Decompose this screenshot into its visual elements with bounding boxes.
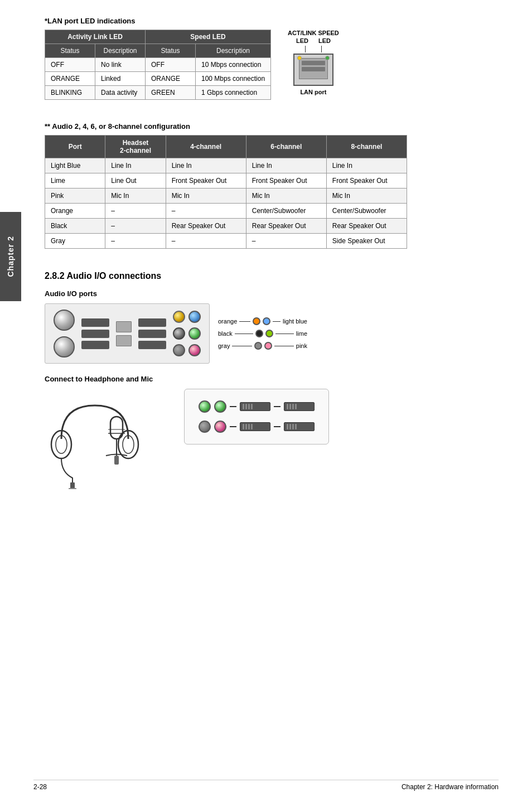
strip-connectors-right <box>138 318 166 349</box>
audio-port-0: Light Blue <box>45 158 105 173</box>
table-row: Gray – – – Side Speaker Out <box>45 234 407 249</box>
round-pair-2 <box>173 327 201 340</box>
lan-col-status-2: Status <box>146 44 196 58</box>
strip-3 <box>81 341 109 349</box>
audio-col-headset: Headset 2-channel <box>105 136 166 158</box>
svg-rect-5 <box>69 488 76 489</box>
lan-actlink-label: ACT/LINK SPEED <box>288 30 339 36</box>
plug-pin-3d <box>251 424 253 429</box>
audio-h2-2: Mic In <box>105 189 166 204</box>
conn-plug-3 <box>240 422 270 431</box>
led-line-left <box>305 46 306 52</box>
lan-led-label-2: LED <box>318 37 331 44</box>
small-block-area <box>116 321 132 346</box>
table-row: Lime Line Out Front Speaker Out Front Sp… <box>45 173 407 189</box>
lan-speed-status-2: GREEN <box>146 86 196 100</box>
lan-port-led-labels: ACT/LINK SPEED <box>288 30 339 36</box>
lan-table-wrapper: Activity Link LED Speed LED Status Descr… <box>45 30 499 100</box>
legend-black: black lime <box>218 330 307 337</box>
audio-io-diagram: orange light blue black lime gray <box>45 303 499 364</box>
lan-speed-desc-2: 1 Gbps connection <box>196 86 271 100</box>
plug-pin-4b <box>289 424 291 429</box>
lan-port-label: LAN port <box>300 89 326 95</box>
table-row: Pink Mic In Mic In Mic In Mic In <box>45 189 407 204</box>
conn-cable-4 <box>274 426 280 427</box>
audio-section: ** Audio 2, 4, 6, or 8-channel configura… <box>45 122 499 249</box>
strip-r1 <box>138 318 166 327</box>
round-dot-2b <box>188 327 201 340</box>
audio-port-5: Gray <box>45 234 105 249</box>
legend-black-label: black <box>218 330 233 337</box>
audio-port-1: Lime <box>45 173 105 189</box>
plug-pin-4a <box>287 424 288 429</box>
round-dot-1a <box>173 311 185 323</box>
plug-pin-4c <box>292 424 294 429</box>
audio-h2-3: – <box>105 204 166 219</box>
legend-orange: orange light blue <box>218 317 307 325</box>
chapter-label: Chapter 2 <box>6 236 15 277</box>
audio-io-left-box <box>45 303 210 364</box>
connector-row-1 <box>199 400 315 413</box>
audio-h2-0: Line In <box>105 158 166 173</box>
audio-col-8ch: 8-channel <box>326 136 407 158</box>
lan-activity-status-1: ORANGE <box>45 72 95 86</box>
svg-rect-9 <box>114 456 119 465</box>
round-port-pairs <box>173 311 201 356</box>
lan-col-desc-1: Description <box>95 44 146 58</box>
audio-8ch-3: Center/Subwoofer <box>326 204 407 219</box>
conn-cable-3 <box>230 426 236 427</box>
round-dot-3b <box>188 344 201 356</box>
plug-pin-1c <box>248 404 250 409</box>
audio-port-2: Pink <box>45 189 105 204</box>
lan-speed-status-0: OFF <box>146 58 196 72</box>
strip-connectors-left <box>81 318 109 349</box>
audio-6ch-5: – <box>246 234 326 249</box>
legend-dot-pink <box>264 342 272 350</box>
large-connector-1 <box>54 310 75 331</box>
audio-4ch-0: Line In <box>166 158 246 173</box>
headphone-section: Connect to Headphone and Mic <box>45 375 499 489</box>
lan-led-row: LED LED <box>296 37 331 44</box>
lan-port-stripe-2 <box>302 67 325 71</box>
strip-1 <box>81 318 109 327</box>
audio-h2-1: Line Out <box>105 173 166 189</box>
conn-cable-1 <box>230 406 236 407</box>
audio-section-title: ** Audio 2, 4, 6, or 8-channel configura… <box>45 122 499 131</box>
audio-8ch-1: Front Speaker Out <box>326 173 407 189</box>
lan-activity-desc-2: Data activity <box>95 86 146 100</box>
lan-activity-header: Activity Link LED <box>45 30 146 44</box>
conn-green-1 <box>199 400 211 413</box>
plug-pin-1b <box>245 404 247 409</box>
table-row: OFF No link OFF 10 Mbps connection <box>45 58 271 72</box>
footer-page-number: 2-28 <box>33 783 47 791</box>
audio-8ch-0: Line In <box>326 158 407 173</box>
lan-led-label-1: LED <box>296 37 308 44</box>
footer-chapter-info: Chapter 2: Hardware information <box>402 783 499 791</box>
large-connector-2 <box>54 336 75 357</box>
conn-cable-2 <box>274 406 280 407</box>
legend-gray-label: gray <box>218 342 230 349</box>
table-row: Orange – – Center/Subwoofer Center/Subwo… <box>45 204 407 219</box>
large-connectors <box>54 310 75 357</box>
plug-pin-2b <box>289 404 291 409</box>
round-dot-2a <box>173 327 185 340</box>
legend-line-lime <box>275 334 294 334</box>
audio-8ch-2: Mic In <box>326 189 407 204</box>
audio-6ch-1: Front Speaker Out <box>246 173 326 189</box>
led-line-right <box>321 46 322 52</box>
lan-led-dot-right <box>325 56 330 60</box>
lan-port-box <box>293 54 333 86</box>
audio-6ch-0: Line In <box>246 158 326 173</box>
lan-port-diagram: ACT/LINK SPEED LED LED LAN po <box>288 30 339 95</box>
conn-plug-2 <box>284 402 315 411</box>
audio-col-port: Port <box>45 136 105 158</box>
chapter-sidebar: Chapter 2 <box>0 212 21 301</box>
headphone-mic-svg <box>45 389 156 489</box>
legend-line-lightblue <box>273 321 280 322</box>
lan-speed-status-1: ORANGE <box>146 72 196 86</box>
plug-pin-3a <box>243 424 244 429</box>
audio-h2-5: – <box>105 234 166 249</box>
lan-section: *LAN port LED indications Activity Link … <box>45 17 499 100</box>
connector-row-2 <box>199 421 315 433</box>
audio-6ch-4: Rear Speaker Out <box>246 219 326 234</box>
